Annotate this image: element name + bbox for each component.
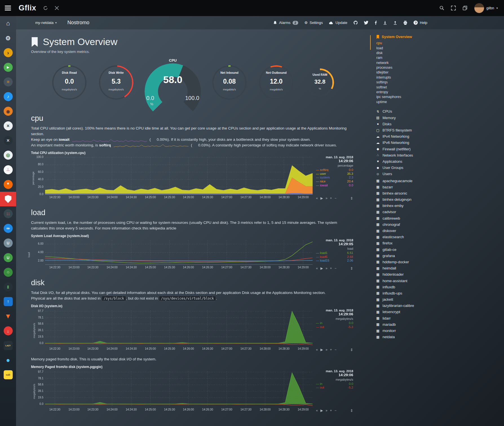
toc-container-jackett[interactable]: ▦jackett	[376, 296, 455, 303]
sidebar-app-jackett[interactable]: ◉	[0, 104, 16, 119]
chart-resize-handle[interactable]: ⇕	[350, 266, 353, 271]
toc-section-applications[interactable]: ♥Applications	[376, 158, 455, 164]
toc-item-load[interactable]: load	[376, 46, 455, 50]
toc-container-netdata[interactable]: ▦netdata	[376, 334, 455, 340]
toc-section-user-groups[interactable]: ☻User Groups	[376, 165, 455, 171]
sidebar-app-kodi[interactable]: ×	[0, 133, 16, 148]
toc-container-firefox[interactable]: ▦firefox	[376, 240, 455, 246]
cpu-chart-canvas[interactable]	[31, 155, 314, 200]
chart-pan-forward-button[interactable]: »	[326, 266, 328, 270]
legend-item-load15[interactable]: — load152.06	[316, 259, 353, 263]
toc-item-uptime[interactable]: uptime	[376, 100, 455, 104]
sidebar-app-home[interactable]: ⌂	[0, 16, 16, 31]
chart-play-button[interactable]: ▶	[320, 196, 323, 200]
toc-section-ipv4-networking[interactable]: ☁IPv4 Networking	[376, 133, 455, 140]
hamburger-menu-icon[interactable]	[0, 0, 16, 16]
gauge-cpu[interactable]: CPU58.00.0100.0%	[142, 58, 204, 107]
legend-item-in[interactable]: — in0.0	[316, 382, 353, 386]
sidebar-app-filebrowser[interactable]: ↑	[0, 294, 16, 309]
toc-container-elasticsearch[interactable]: ▦elasticsearch	[376, 234, 455, 240]
toc-item-idlejitter[interactable]: idlejitter	[376, 70, 455, 75]
twitter-button[interactable]	[364, 21, 368, 24]
toc-container-lazylibrarian-calibre[interactable]: ▦lazylibrarian-calibre	[376, 303, 455, 309]
toc-container-hiddenloader[interactable]: ▦hiddenloader	[376, 271, 455, 278]
toc-container-apacheguacamole[interactable]: ▦apacheguacamole	[376, 178, 455, 184]
chart-zoom-out-button[interactable]: −	[335, 196, 337, 200]
toc-item-ram[interactable]: ram	[376, 55, 455, 60]
sidebar-app-lazylibrarian[interactable]: LAZY	[0, 338, 16, 353]
settings-button[interactable]: ⚙ Settings	[304, 21, 323, 25]
chart-play-button[interactable]: ▶	[320, 409, 323, 412]
toc-container-cadvisor[interactable]: ▦cadvisor	[376, 209, 455, 215]
legend-item-iowait[interactable]: — iowait0.0	[316, 184, 353, 188]
facebook-button[interactable]	[375, 21, 377, 25]
gauge-net-outbound[interactable]: Net Outbound12.0megabits/s	[255, 61, 297, 104]
chart-pan-forward-button[interactable]: »	[326, 348, 328, 352]
chart-zoom-in-button[interactable]: +	[330, 196, 332, 200]
sidebar-app-scatter-app[interactable]: ∴	[0, 162, 16, 177]
search-icon[interactable]	[439, 6, 444, 10]
sidebar-app-unraid[interactable]: ∪	[0, 250, 16, 265]
legend-item-system[interactable]: — system2.3	[316, 176, 353, 180]
toc-item-interrupts[interactable]: interrupts	[376, 75, 455, 80]
toc-container-hddtemp-docker[interactable]: ▦hddtemp-docker	[376, 259, 455, 265]
sidebar-app-bazarr[interactable]: ≡	[0, 75, 16, 89]
gauge-disk-write[interactable]: Disk Write5.3megabytes/s	[95, 61, 137, 104]
toc-item-cpu[interactable]: cpu	[376, 41, 455, 46]
duplicate-pages-icon[interactable]	[463, 6, 467, 10]
chart-play-button[interactable]: ▶	[320, 348, 323, 352]
toc-item-network[interactable]: network	[376, 61, 455, 65]
sidebar-app-tautulli[interactable]: ○	[0, 265, 16, 280]
toc-container-binhex-airsonic[interactable]: ▦binhex-airsonic	[376, 190, 455, 196]
legend-item-in[interactable]: — in0.0	[316, 321, 353, 325]
legend-item-load5[interactable]: — load52.68	[316, 255, 353, 259]
chart-play-button[interactable]: ▶	[320, 266, 323, 270]
toc-container-heimdall[interactable]: ▦heimdall	[376, 265, 455, 271]
print-button[interactable]	[403, 21, 407, 25]
refresh-icon[interactable]	[43, 6, 48, 10]
toc-container-lidarr[interactable]: ▦lidarr	[376, 315, 455, 321]
gauge-disk-read[interactable]: Disk Read0.0megabytes/s	[48, 61, 90, 104]
legend-item-load1[interactable]: — load16.51	[316, 251, 353, 255]
toc-container-binhex-emby[interactable]: ▦binhex-emby	[376, 203, 455, 209]
toc-section-btrfs-filesystem[interactable]: ▢BTRFS filesystem	[376, 127, 455, 133]
toc-container-diskover[interactable]: ▦diskover	[376, 228, 455, 234]
sidebar-app-grafana[interactable]: *	[0, 177, 16, 192]
toc-section-cpus[interactable]: ↯CPUs	[376, 108, 455, 115]
chart-zoom-out-button[interactable]: −	[335, 409, 337, 412]
toc-item-softnet[interactable]: softnet	[376, 85, 455, 90]
toc-item-ipc-semaphores[interactable]: ipc semaphores	[376, 95, 455, 99]
sidebar-app-settings[interactable]: ⚙	[0, 31, 16, 45]
help-button[interactable]: ? Help	[414, 21, 427, 25]
alarms-button[interactable]: Alarms 2	[273, 21, 298, 25]
toc-section-memory[interactable]: ▤Memory	[376, 115, 455, 121]
sidebar-app-shield-download-app[interactable]: ↓	[0, 324, 16, 338]
toc-section-users[interactable]: ☺Users	[376, 171, 455, 177]
toc-section-disks[interactable]: ●Disks	[376, 121, 455, 127]
chart-pan-backward-button[interactable]: «	[316, 266, 318, 270]
sidebar-app-airsonic[interactable]: ♪	[0, 89, 16, 104]
sidebar-app-organizr-tab[interactable]: ×	[0, 119, 16, 133]
fullscreen-icon[interactable]	[451, 6, 456, 10]
toc-section-ipv6-networking[interactable]: ☁IPv6 Networking	[376, 140, 455, 146]
legend-item-out[interactable]: — out-5.2	[316, 386, 353, 390]
sidebar-app-plex[interactable]: ›	[0, 45, 16, 60]
toc-item-softirqs[interactable]: softirqs	[376, 80, 455, 85]
legend-item-nice[interactable]: — nice20.4	[316, 180, 353, 184]
chart-zoom-in-button[interactable]: +	[330, 266, 332, 270]
gauge-used-ram[interactable]: Used RAM32.8%	[302, 64, 338, 101]
sidebar-app-gitlab[interactable]: ▼	[0, 309, 16, 324]
close-tab-icon[interactable]	[55, 6, 59, 10]
toc-item-processes[interactable]: processes	[376, 65, 455, 70]
toc-container-influxdb-ups[interactable]: ▦influxdb-ups	[376, 290, 455, 296]
disk-chart-canvas[interactable]	[31, 309, 314, 351]
chart-pan-forward-button[interactable]: »	[326, 409, 328, 412]
sidebar-app-resilio-sync[interactable]: ∞	[0, 221, 16, 236]
chart-zoom-in-button[interactable]: +	[330, 348, 332, 352]
github-button[interactable]	[353, 21, 358, 25]
toc-system-overview[interactable]: System Overview	[376, 35, 455, 39]
toc-container-mariadb[interactable]: ▦mariadb	[376, 321, 455, 327]
load-chart-canvas[interactable]	[31, 238, 314, 270]
chart-resize-handle[interactable]: ⇕	[350, 409, 353, 413]
toc-section-network-interfaces[interactable]: ∴Network Interfaces	[376, 152, 455, 158]
